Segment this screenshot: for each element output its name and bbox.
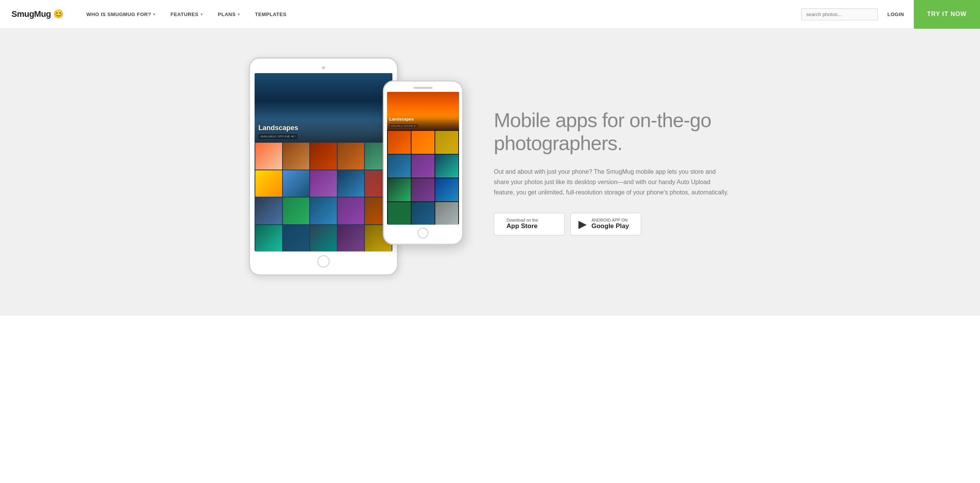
phone-album-title: Landscapes	[389, 117, 418, 121]
tablet-album-title: Landscapes	[258, 124, 298, 132]
tablet-screen: Landscapes AVAILABLE OFFLINE ★□	[255, 73, 392, 251]
tablet-album-overlay: Landscapes AVAILABLE OFFLINE ★□	[258, 124, 298, 139]
google-play-icon: ▶	[578, 218, 587, 230]
phone-album-overlay: Landscapes AVAILABLE OFFLINE ★□	[389, 117, 418, 128]
photo-cell	[388, 178, 411, 201]
photo-cell	[388, 202, 411, 225]
phone-home-button	[418, 228, 428, 238]
hero-title: Mobile apps for on-the-go photographers.	[494, 109, 731, 155]
google-play-button[interactable]: ▶ ANDROID APP ON Google Play	[570, 213, 641, 235]
photo-cell	[412, 202, 434, 225]
phone-photo-grid	[387, 130, 459, 225]
photo-cell	[435, 202, 458, 225]
photo-cell	[310, 170, 337, 197]
phone-screen: Landscapes AVAILABLE OFFLINE ★□	[387, 92, 459, 225]
logo[interactable]: SmugMug 😊	[11, 9, 64, 19]
photo-cell	[435, 178, 458, 201]
photo-cell	[283, 170, 310, 197]
photo-cell	[412, 131, 434, 154]
app-store-main: App Store	[506, 222, 538, 230]
photo-cell	[255, 197, 282, 224]
photo-cell	[255, 143, 282, 170]
photo-cell	[310, 225, 337, 251]
nav-label-templates: TEMPLATES	[255, 11, 286, 17]
google-play-main: Google Play	[591, 222, 629, 230]
photo-cell	[310, 197, 337, 224]
photo-cell	[338, 170, 364, 197]
logo-icon: 😊	[53, 9, 64, 19]
photo-cell	[283, 143, 310, 170]
app-store-text: Download on the App Store	[506, 218, 538, 230]
nav-item-templates[interactable]: TEMPLATES	[247, 0, 294, 29]
nav-item-features[interactable]: FEATURES ▾	[163, 0, 210, 29]
app-buttons: Download on the App Store ▶ ANDROID APP …	[494, 213, 731, 235]
chevron-icon-plans: ▾	[238, 12, 240, 16]
tablet-photo-grid	[255, 142, 392, 251]
tablet-badge: AVAILABLE OFFLINE ★□	[258, 134, 297, 139]
photo-cell	[338, 143, 364, 170]
phone-mockup: Landscapes AVAILABLE OFFLINE ★□	[383, 80, 463, 245]
photo-cell	[310, 143, 337, 170]
google-play-text: ANDROID APP ON Google Play	[591, 218, 629, 230]
hero-content: Mobile apps for on-the-go photographers.…	[494, 109, 731, 235]
tablet-camera	[322, 66, 325, 69]
photo-cell	[255, 170, 282, 197]
app-store-sub: Download on the	[506, 218, 538, 222]
photo-cell	[435, 155, 458, 178]
tablet-home-button	[317, 255, 330, 268]
tablet-hero-image: Landscapes AVAILABLE OFFLINE ★□	[255, 73, 392, 142]
phone-hero-image: Landscapes AVAILABLE OFFLINE ★□	[387, 92, 459, 130]
phone-speaker	[413, 87, 433, 89]
photo-cell	[388, 155, 411, 178]
navbar: SmugMug 😊 WHO IS SMUGMUG FOR? ▾ FEATURES…	[0, 0, 980, 29]
photo-cell	[412, 178, 434, 201]
nav-label-plans: PLANS	[218, 11, 236, 17]
chevron-icon-features: ▾	[201, 12, 203, 16]
photo-cell	[412, 155, 434, 178]
hero-description: Out and about with just your phone? The …	[494, 166, 731, 198]
photo-cell	[283, 197, 310, 224]
tablet-mockup: Landscapes AVAILABLE OFFLINE ★□	[249, 57, 398, 276]
nav-item-who[interactable]: WHO IS SMUGMUG FOR? ▾	[79, 0, 163, 29]
photo-cell	[255, 225, 282, 251]
nav-label-features: FEATURES	[170, 11, 198, 17]
app-store-button[interactable]: Download on the App Store	[494, 213, 565, 235]
photo-cell	[435, 131, 458, 154]
hero-section: Landscapes AVAILABLE OFFLINE ★□	[0, 29, 980, 316]
photo-cell	[388, 131, 411, 154]
chevron-icon-who: ▾	[153, 12, 155, 16]
nav-label-who: WHO IS SMUGMUG FOR?	[87, 11, 151, 17]
photo-cell	[338, 225, 364, 251]
search-input[interactable]	[801, 8, 878, 20]
google-play-sub: ANDROID APP ON	[591, 218, 629, 222]
logo-text: SmugMug	[11, 9, 51, 19]
nav-item-plans[interactable]: PLANS ▾	[210, 0, 247, 29]
nav-links: WHO IS SMUGMUG FOR? ▾ FEATURES ▾ PLANS ▾…	[79, 0, 801, 29]
photo-cell	[338, 197, 364, 224]
login-button[interactable]: LOGIN	[884, 11, 908, 17]
photo-cell	[283, 225, 310, 251]
try-button[interactable]: TRY IT NOW	[914, 0, 980, 29]
phone-badge: AVAILABLE OFFLINE ★□	[389, 124, 418, 127]
devices-container: Landscapes AVAILABLE OFFLINE ★□	[249, 57, 463, 287]
nav-right: LOGIN TRY IT NOW	[801, 0, 969, 29]
